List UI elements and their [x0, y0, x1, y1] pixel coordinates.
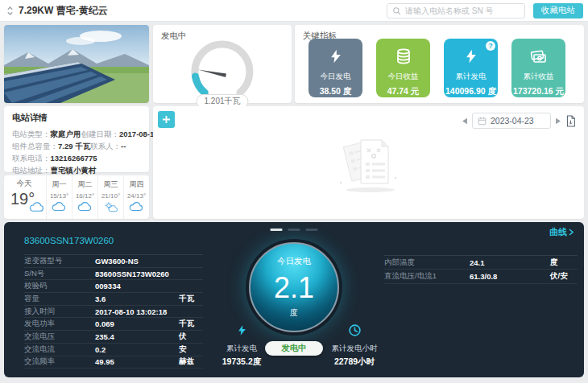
total-generation-block: 累计发电 19735.2度 — [205, 323, 278, 368]
collect-plant-button[interactable]: 收藏电站 — [533, 3, 583, 19]
table-row: 内部温度24.1度 — [384, 255, 578, 270]
table-row: 交流电流0.2安 — [24, 344, 203, 356]
clock-icon — [348, 326, 362, 340]
kpi-value: 47.74 元 — [387, 86, 420, 97]
kpi-label: 累计发电 — [456, 72, 487, 82]
plant-photo — [4, 25, 149, 103]
selected-date: 2023-04-23 — [491, 116, 534, 126]
generating-gauge-card: 发电中 1.201千瓦 — [153, 25, 292, 103]
table-row: 交流频率49.95赫兹 — [24, 356, 203, 369]
weather-day: 周一 15/13° — [46, 175, 72, 219]
kpi-today-income: 今日收益 47.74 元 — [376, 39, 430, 97]
detail-field: 创建日期：2017-08-10 — [81, 128, 159, 140]
plant-details-card: 电站详情 电站类型：家庭户用 创建日期：2017-08-10 组件总容量：7.2… — [4, 106, 149, 172]
cloud-icon — [28, 201, 46, 216]
kpi-today-generation: 今日发电 38.50 度 — [308, 39, 362, 97]
curve-link[interactable]: 曲线 — [549, 226, 574, 238]
detail-field: 电站地址：曹宅镇小黄村 — [12, 164, 97, 176]
weather-today: 今天 19° — [4, 175, 46, 219]
today-generation-value: 2.1 — [274, 272, 314, 304]
export-report-icon[interactable] — [565, 115, 576, 127]
table-row: 发电功率0.069千瓦 — [24, 318, 203, 331]
table-row: 容量3.6千瓦 — [24, 293, 203, 306]
lightning-icon — [328, 46, 344, 67]
carousel-dots — [271, 229, 318, 231]
coins-icon — [394, 46, 413, 67]
calendar-icon — [478, 117, 487, 126]
expand-collapse-icon[interactable] — [6, 5, 14, 17]
kpi-total-generation: ? 累计发电 140096.90 度 — [444, 39, 498, 97]
plant-details-title: 电站详情 — [12, 112, 141, 124]
cloud-icon — [51, 201, 68, 216]
kpi-label: 累计收益 — [524, 72, 554, 82]
help-icon[interactable]: ? — [486, 41, 495, 51]
lightning-icon — [236, 326, 248, 340]
plus-icon — [162, 115, 171, 124]
table-row: 接入时间2017-08-10 13:02:18 — [24, 306, 203, 319]
top-bar: 7.29KW 曹宅-黄纪云 收藏电站 — [0, 0, 588, 22]
detail-field: 联系电话：13216266775 — [12, 152, 97, 164]
no-data-illustration — [330, 132, 408, 203]
date-picker[interactable]: 2023-04-23 — [472, 113, 551, 129]
power-gauge — [174, 36, 271, 99]
kpi-value: 140096.90 度 — [445, 86, 496, 97]
sun-cloud-icon — [102, 201, 119, 216]
add-widget-button[interactable] — [158, 111, 175, 128]
table-row: S/N号83600SSN173W0260 — [24, 268, 203, 281]
next-day-button[interactable] — [556, 117, 561, 125]
cloud-icon — [77, 201, 93, 216]
carousel-dash-1[interactable] — [271, 229, 283, 231]
search-icon — [392, 6, 401, 15]
inverter-panel: 曲线 83600SSN173W0260 逆变器型号GW3600-NS S/N号8… — [4, 222, 584, 377]
detail-field: 电站类型：家庭户用 — [12, 128, 81, 140]
kpi-label: 今日收益 — [388, 72, 419, 82]
lightning-icon — [463, 46, 479, 67]
kpi-value: 173720.16 元 — [513, 86, 564, 97]
table-row: 逆变器型号GW3600-NS — [24, 255, 203, 268]
solar-panels-image — [4, 25, 149, 103]
cash-icon — [529, 46, 549, 67]
detail-field: 联系人：-- — [90, 140, 126, 152]
chevron-right-icon — [569, 229, 574, 236]
total-hours-block: 累计发电小时 22789小时 — [318, 323, 391, 368]
daily-chart-card: 2023-04-23 — [153, 106, 584, 219]
search-input[interactable] — [405, 6, 520, 15]
weather-card: 今天 19° 周一 15/13° 周二 16/12° 周三 21/10° 周四 … — [4, 175, 149, 219]
kpi-total-income: 累计收益 173720.16 元 — [511, 39, 565, 97]
key-indicators-card: 关键指标 今日发电 38.50 度 今日收益 47.74 元 ? 累计发电 14… — [295, 25, 584, 103]
kpi-label: 今日发电 — [321, 72, 351, 82]
inverter-spec-table: 逆变器型号GW3600-NS S/N号83600SSN173W0260 校验码0… — [24, 254, 203, 369]
kpi-value: 38.50 度 — [320, 86, 352, 97]
weather-day: 周四 24/13° — [123, 175, 149, 219]
inverter-metrics-table: 内部温度24.1度 直流电压/电流161.3/0.8伏/安 — [384, 254, 578, 284]
previous-day-button[interactable] — [462, 117, 467, 125]
carousel-dash-3[interactable] — [306, 229, 318, 231]
search-box[interactable] — [387, 3, 525, 19]
page-title: 7.29KW 曹宅-黄纪云 — [19, 4, 108, 18]
inverter-sn-tab[interactable]: 83600SSN173W0260 — [24, 236, 114, 245]
table-row: 直流电压/电流161.3/0.8伏/安 — [384, 270, 578, 284]
detail-field: 组件总容量：7.29 千瓦 — [12, 140, 90, 152]
table-row: 交流电压235.4伏 — [24, 331, 203, 344]
carousel-dash-2[interactable] — [288, 229, 300, 231]
weather-day: 周三 21/10° — [97, 175, 123, 219]
table-row: 校验码009334 — [24, 280, 203, 293]
weather-day: 周二 16/12° — [72, 175, 97, 219]
cloud-sun-icon — [128, 201, 145, 216]
today-generation-gauge: 今日发电 2.1 度 — [249, 242, 339, 332]
